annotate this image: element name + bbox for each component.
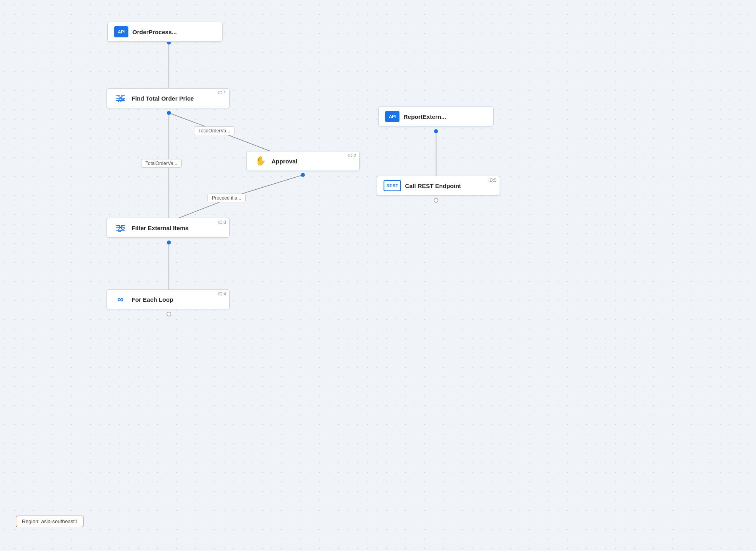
- node-find-total-price[interactable]: ID:1 Find Total Order Price: [107, 88, 230, 108]
- svg-point-15: [167, 111, 171, 115]
- svg-line-7: [238, 175, 303, 195]
- node-for-each-loop[interactable]: ID:4 ∞ For Each Loop: [107, 289, 230, 309]
- svg-point-21: [167, 312, 171, 316]
- conn-label-proceed: Proceed if a...: [207, 194, 246, 202]
- node-find-total-label: Find Total Order Price: [132, 95, 194, 102]
- node-for-each-label: For Each Loop: [132, 296, 173, 303]
- approval-icon: ✋: [253, 155, 268, 167]
- svg-point-17: [301, 173, 305, 177]
- node-order-process-label: OrderProcess...: [132, 29, 177, 35]
- node-filter-id: ID:3: [218, 220, 226, 225]
- conn-label-totalorderva-1: TotalOrderVa...: [194, 126, 235, 135]
- svg-point-19: [167, 241, 171, 244]
- filter-icon: [113, 93, 128, 104]
- api-icon: API: [114, 26, 128, 37]
- region-badge: Region: asia-southeast1: [16, 516, 83, 527]
- node-rest-id: ID:5: [488, 178, 496, 182]
- svg-point-24: [434, 198, 438, 202]
- node-call-rest[interactable]: ID:5 REST Call REST Endpoint: [377, 176, 500, 196]
- loop-icon: ∞: [113, 294, 128, 305]
- workflow-canvas: API OrderProcess... ID:1 Find Total Orde…: [0, 0, 756, 551]
- conn-label-totalorderva-2: TotalOrderVa...: [141, 159, 182, 168]
- node-approval-label: Approval: [271, 158, 297, 165]
- node-call-rest-label: Call REST Endpoint: [405, 182, 461, 189]
- node-approval[interactable]: ID:2 ✋ Approval: [246, 151, 360, 171]
- node-foreach-id: ID:4: [218, 291, 226, 296]
- node-find-total-id: ID:1: [218, 90, 226, 95]
- node-report-extern[interactable]: API ReportExtern...: [378, 107, 494, 126]
- node-filter-external[interactable]: ID:3 Filter External Items: [107, 218, 230, 238]
- node-approval-id: ID:2: [348, 153, 356, 158]
- node-filter-external-label: Filter External Items: [132, 225, 188, 231]
- api-report-icon: API: [385, 111, 399, 122]
- filter-external-icon: [113, 222, 128, 233]
- node-report-extern-label: ReportExtern...: [403, 113, 446, 120]
- rest-icon: REST: [384, 180, 401, 191]
- svg-point-22: [434, 129, 438, 133]
- node-order-process[interactable]: API OrderProcess...: [107, 22, 223, 42]
- connection-lines: [0, 0, 756, 551]
